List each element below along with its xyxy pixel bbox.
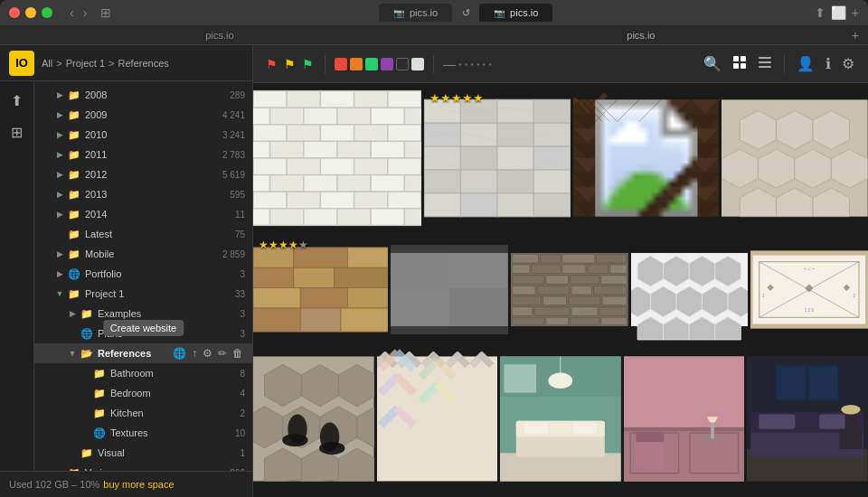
flag-orange-button[interactable]: ⚑ bbox=[282, 55, 297, 73]
tree-item-2012[interactable]: ▶ 📁 2012 5 619 bbox=[34, 164, 252, 184]
tree-count-mobile: 2 859 bbox=[222, 249, 245, 259]
svg-rect-15 bbox=[304, 108, 337, 125]
tree-item-project1[interactable]: ▼ 📁 Project 1 33 bbox=[34, 284, 252, 304]
tree-item-portfolio[interactable]: ▶ 🌐 Portfolio 3 bbox=[34, 264, 252, 284]
tree-item-various[interactable]: 📁 Various 266 bbox=[34, 463, 252, 471]
tree-item-kitchen[interactable]: 📁 Kitchen 2 bbox=[34, 403, 252, 423]
color-purple[interactable] bbox=[381, 58, 393, 70]
delete-action-btn[interactable]: 🗑 bbox=[231, 346, 245, 361]
color-green[interactable] bbox=[365, 58, 378, 70]
tree-count-portfolio: 3 bbox=[240, 269, 245, 279]
window-button[interactable]: ⬜ bbox=[831, 5, 846, 20]
tree-label-2012: 2012 bbox=[85, 169, 219, 180]
grid-item-teal-bedroom[interactable] bbox=[500, 349, 621, 489]
share-button[interactable]: ⬆ bbox=[815, 5, 826, 20]
website-action-btn[interactable]: 🌐 bbox=[171, 346, 188, 361]
folder-icon-2009: 📁 bbox=[67, 108, 81, 122]
browser-tab-1[interactable]: 📷 pics.io bbox=[379, 4, 452, 22]
grid-item-pink-bedroom[interactable] bbox=[624, 349, 745, 489]
browser-tab-2[interactable]: 📷 pics.io bbox=[479, 4, 552, 22]
svg-rect-129 bbox=[601, 276, 627, 285]
color-orange[interactable] bbox=[350, 58, 363, 70]
settings-button[interactable]: ⚙ bbox=[839, 52, 857, 75]
color-light[interactable] bbox=[411, 58, 424, 70]
tree-count-textures: 10 bbox=[235, 428, 245, 438]
breadcrumb-all[interactable]: All bbox=[42, 58, 52, 69]
buy-more-link[interactable]: buy more space bbox=[103, 479, 174, 490]
folder-icon-2011: 📁 bbox=[67, 147, 81, 162]
tree-item-bedroom[interactable]: 📁 Bedroom 4 bbox=[34, 383, 252, 403]
list-view-button[interactable] bbox=[755, 52, 775, 76]
toggle-plans bbox=[67, 328, 78, 339]
tree-item-2014[interactable]: ▶ 📁 2014 11 bbox=[34, 204, 252, 224]
toggle-bathroom bbox=[80, 368, 90, 379]
color-dark[interactable] bbox=[396, 58, 409, 70]
svg-rect-67 bbox=[497, 170, 533, 193]
tree-item-visual[interactable]: 📁 Visual 1 bbox=[34, 443, 252, 463]
flag-red-button[interactable]: ⚑ bbox=[264, 55, 279, 73]
tree-item-2011[interactable]: ▶ 📁 2011 2 783 bbox=[34, 145, 252, 164]
svg-rect-106 bbox=[347, 288, 388, 308]
flag-green-button[interactable]: ⚑ bbox=[300, 55, 316, 73]
tree-count-2011: 2 783 bbox=[222, 150, 245, 160]
svg-rect-120 bbox=[597, 254, 627, 263]
upload-icon[interactable]: ⬆ bbox=[7, 89, 26, 113]
breadcrumb-project1[interactable]: Project 1 bbox=[66, 58, 105, 69]
tree-item-latest[interactable]: 📁 Latest 75 bbox=[34, 224, 252, 244]
svg-rect-4 bbox=[759, 57, 771, 59]
grid-item-dark-bedroom[interactable] bbox=[747, 349, 868, 489]
grid-item-white-subway[interactable] bbox=[253, 86, 421, 230]
tree-item-textures[interactable]: 🌐 Textures 10 bbox=[34, 423, 252, 443]
globe-icon-textures: 🌐 bbox=[92, 426, 107, 440]
user-button[interactable]: 👤 bbox=[794, 52, 817, 75]
tree-label-bedroom: Bedroom bbox=[110, 388, 236, 399]
folder-icon-kitchen: 📁 bbox=[92, 406, 107, 420]
tree-item-2010[interactable]: ▶ 📁 2010 3 241 bbox=[34, 125, 252, 145]
grid-item-herringbone[interactable] bbox=[573, 86, 720, 230]
settings-action-btn[interactable]: ⚙ bbox=[201, 346, 214, 361]
tree-item-2008[interactable]: ▶ 📁 2008 289 bbox=[34, 85, 252, 105]
dash-1: — bbox=[443, 57, 456, 71]
tree-count-2012: 5 619 bbox=[222, 170, 245, 180]
svg-rect-50 bbox=[371, 209, 404, 226]
tag-icon[interactable]: ⊞ bbox=[7, 120, 26, 145]
grid-item-hex-gray[interactable] bbox=[631, 233, 749, 346]
grid-item-concrete-feet[interactable] bbox=[253, 349, 374, 489]
tree-item-bathroom[interactable]: 📁 Bathroom 8 bbox=[34, 363, 252, 383]
new-tab-button[interactable]: + bbox=[852, 28, 859, 42]
grid-item-pattern-border[interactable]: ⌁ ⌂ ⌁ 1 2 3 1 2 bbox=[750, 233, 868, 346]
svg-rect-13 bbox=[253, 108, 270, 125]
forward-button[interactable]: › bbox=[80, 5, 90, 20]
svg-rect-114 bbox=[391, 253, 449, 288]
grid-item-stone-wall[interactable] bbox=[511, 233, 628, 346]
maximize-button[interactable] bbox=[42, 7, 52, 18]
svg-rect-24 bbox=[253, 141, 270, 158]
grid-view-button[interactable] bbox=[730, 52, 750, 76]
grid-item-pastel-herringbone[interactable] bbox=[377, 349, 498, 489]
close-button[interactable] bbox=[9, 7, 20, 18]
back-button[interactable]: ‹ bbox=[67, 5, 77, 20]
tree-label-various: Various bbox=[85, 467, 226, 471]
grid-item-wood-floor[interactable]: ★★★★★ bbox=[253, 233, 388, 346]
tree-item-mobile[interactable]: ▶ 📁 Mobile 2 859 bbox=[34, 244, 252, 264]
color-red[interactable] bbox=[335, 58, 347, 70]
info-button[interactable]: ℹ bbox=[823, 52, 834, 75]
grid-item-marble[interactable]: ★★★★★ bbox=[424, 86, 571, 230]
edit-action-btn[interactable]: ✏ bbox=[216, 346, 229, 361]
svg-rect-132 bbox=[571, 286, 592, 295]
tab1-icon: 📷 bbox=[393, 8, 404, 18]
plus-button[interactable]: + bbox=[852, 5, 859, 20]
share-action-btn[interactable]: ↑ bbox=[190, 346, 199, 361]
grid-item-hex-beige[interactable] bbox=[722, 86, 868, 230]
tree-item-2013[interactable]: ▶ 📁 2013 595 bbox=[34, 184, 252, 204]
tree-item-references[interactable]: ▼ 📂 References Create website 🌐 ↑ ⚙ ✏ 🗑 bbox=[34, 343, 252, 363]
svg-rect-143 bbox=[546, 317, 569, 324]
toggle-references: ▼ bbox=[67, 348, 78, 359]
svg-rect-61 bbox=[424, 146, 460, 170]
search-button[interactable]: 🔍 bbox=[701, 52, 724, 75]
svg-rect-22 bbox=[354, 125, 388, 142]
tree-item-2009[interactable]: ▶ 📁 2009 4 241 bbox=[34, 105, 252, 125]
minimize-button[interactable] bbox=[25, 7, 36, 18]
grid-item-gray-concrete[interactable] bbox=[391, 233, 508, 346]
svg-rect-238 bbox=[840, 429, 863, 449]
